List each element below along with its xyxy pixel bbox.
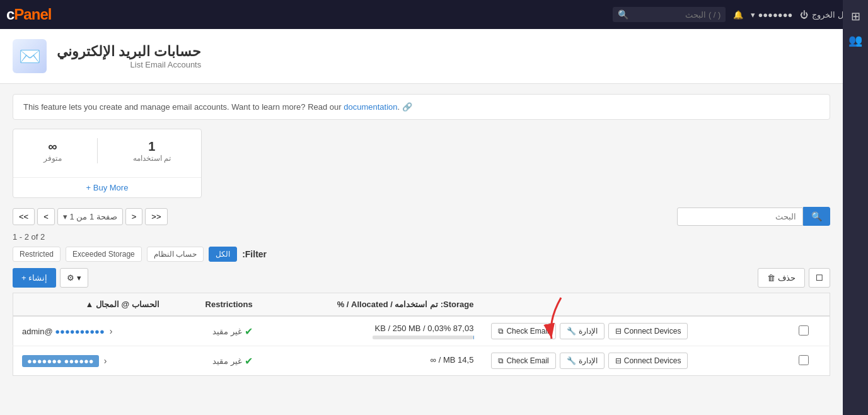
storage-text-1: 87,03 KB / 250 MB / 0,03% [270, 324, 474, 333]
email-icon: ✉️ [13, 39, 47, 73]
table-row: ‹ admin@ ●●●●●●●●●● ✔ غير مقيد [13, 316, 830, 346]
email-table: الحساب @ المجال ▲ Restrictions Storage: … [13, 293, 830, 376]
info-banner: This feature lets you create and manage … [13, 94, 830, 120]
connect-label-2: Connect Devices [624, 356, 681, 365]
wrench-icon-2: 🔧 [567, 356, 576, 365]
wrench-icon-1: 🔧 [567, 327, 576, 336]
chevron-down-icon: ▾ [751, 10, 755, 20]
manage-label-2: الإدارة [579, 356, 598, 365]
search-button[interactable]: 🔍 [803, 207, 830, 226]
email-masked-1: ●●●●●●●●●● [55, 327, 105, 336]
action-right: حذف 🗑 ☐ [758, 268, 830, 288]
select-all-icon: ☐ [816, 273, 823, 283]
settings-dropdown-button[interactable]: ⚙ ▾ [60, 268, 88, 288]
external-icon-1: ⧉ [498, 327, 504, 336]
manage-button-2[interactable]: الإدارة 🔧 [560, 353, 605, 369]
col-storage-header: Storage: تم استخدامه / Allocated / % [262, 293, 483, 317]
create-button[interactable]: إنشاء + [13, 268, 56, 288]
delete-button[interactable]: حذف 🗑 [758, 268, 805, 288]
stats-available-value: ∞ [43, 139, 62, 154]
action-left: إنشاء + ⚙ ▾ [13, 268, 88, 288]
page-title: حسابات البريد الإلكتروني [57, 44, 201, 60]
search-input[interactable] [677, 208, 803, 226]
prev-page-button[interactable]: < [37, 208, 55, 225]
cpanel-logo: cPanel [6, 6, 51, 23]
check-email-button-2[interactable]: Check Email ⧉ [491, 353, 555, 369]
checkbox-cell-2 [790, 346, 830, 376]
storage-text-2: 14,5 MB / ∞ [270, 355, 474, 365]
stats-used: 1 تم استخدامه [133, 139, 171, 163]
storage-bar-fill-1 [473, 336, 474, 339]
stats-box: 1 تم استخدامه ∞ متوفر + Buy More [13, 129, 202, 198]
manage-button-1[interactable]: الإدارة 🔧 [560, 323, 605, 339]
search-box: 🔍 [677, 207, 830, 226]
users-icon[interactable]: 👥 [844, 29, 867, 52]
filter-system-button[interactable]: حساب النظام [147, 247, 204, 262]
main-content: حسابات البريد الإلكتروني List Email Acco… [0, 29, 843, 386]
navbar: cPanel 🔍 🔔 ▾ ●●●●●●● تسجيل الخروج ⏻ [0, 0, 868, 29]
restriction-label-1: غير مقيد [212, 327, 242, 336]
check-icon-1: ✔ [245, 325, 253, 337]
account-cell-2: ‹ ●●●●●● ●●●●●●● [13, 346, 168, 376]
stats-available: ∞ متوفر [43, 139, 62, 163]
connect-devices-button-2[interactable]: Connect Devices ⊟ [608, 353, 688, 369]
check-icon-2: ✔ [245, 355, 253, 367]
row-expand-button-1[interactable]: ‹ [110, 326, 113, 336]
navbar-search[interactable]: 🔍 [613, 7, 726, 22]
info-text: This feature lets you create and manage … [23, 102, 342, 112]
stats-used-value: 1 [133, 139, 171, 154]
filter-restricted-button[interactable]: Restricted [13, 247, 61, 262]
page-info: صفحة 1 من 1 ▾ [57, 208, 123, 225]
account-cell-1: ‹ admin@ ●●●●●●●●●● [13, 316, 168, 346]
row-expand-button-2[interactable]: ‹ [104, 356, 107, 366]
restriction-label-2: غير مقيد [212, 356, 242, 366]
records-info: 1 - 2 of 2 [13, 232, 830, 242]
filter-all-button[interactable]: الكل [209, 247, 237, 262]
stats-available-label: متوفر [43, 154, 62, 163]
logout-icon: ⏻ [800, 10, 808, 20]
actions-cell-2: Check Email ⧉ الإدارة 🔧 Connect Devices … [482, 346, 789, 376]
stats-used-label: تم استخدامه [133, 154, 171, 163]
search-icon: 🔍 [618, 9, 628, 20]
bell-icon: 🔔 [733, 10, 743, 20]
navbar-left: cPanel [6, 6, 51, 23]
external-link-icon: 🔗 [402, 102, 412, 112]
create-label: إنشاء + [21, 273, 47, 283]
col-restrictions-header: Restrictions [168, 293, 262, 317]
page-subtitle: List Email Accounts [57, 60, 201, 69]
documentation-link[interactable]: documentation [344, 102, 397, 112]
col-checkbox-header [790, 293, 830, 317]
settings-dropdown-icon: ▾ [77, 273, 81, 283]
row-checkbox-1[interactable] [799, 325, 809, 336]
first-page-button[interactable]: << [13, 208, 35, 225]
device-icon-1: ⊟ [615, 327, 622, 336]
row-checkbox-2[interactable] [799, 355, 809, 365]
actions-cell-1: Check Email ⧉ الإدارة 🔧 Connect Devices … [482, 316, 789, 346]
connect-devices-button-1[interactable]: Connect Devices ⊟ [608, 323, 688, 339]
filter-exceeded-button[interactable]: Exceeded Storage [66, 247, 142, 262]
username-label: ●●●●●●● [758, 10, 792, 20]
check-email-button-1[interactable]: Check Email ⧉ [491, 323, 555, 339]
toolbar-row: << < صفحة 1 من 1 ▾ > >> 🔍 [13, 207, 830, 226]
restriction-cell-2: ✔ غير مقيد [168, 346, 262, 376]
buy-more-link[interactable]: + Buy More [13, 177, 201, 197]
page-header-text: حسابات البريد الإلكتروني List Email Acco… [57, 44, 201, 69]
connect-label-1: Connect Devices [624, 327, 681, 336]
settings-icon: ⚙ [67, 273, 74, 283]
last-page-button[interactable]: >> [145, 208, 167, 225]
filter-row: Filter: الكل حساب النظام Exceeded Storag… [13, 247, 830, 262]
external-icon-2: ⧉ [498, 356, 504, 365]
notifications-button[interactable]: 🔔 [733, 10, 743, 20]
email-label-1: admin@ ●●●●●●●●●● [22, 327, 105, 336]
next-page-button[interactable]: > [125, 208, 143, 225]
action-row: إنشاء + ⚙ ▾ حذف 🗑 ☐ [13, 268, 830, 288]
grid-icon[interactable]: ⊞ [844, 5, 867, 28]
user-dropdown-button[interactable]: ▾ ●●●●●●● [751, 10, 792, 20]
navbar-search-input[interactable] [632, 10, 720, 20]
col-actions-header [482, 293, 789, 317]
checkbox-cell-1 [790, 316, 830, 346]
manage-label-1: الإدارة [579, 327, 598, 336]
filter-label: Filter: [242, 249, 267, 259]
select-all-button[interactable]: ☐ [809, 268, 830, 288]
right-sidebar: ⊞ 👥 [843, 0, 868, 386]
